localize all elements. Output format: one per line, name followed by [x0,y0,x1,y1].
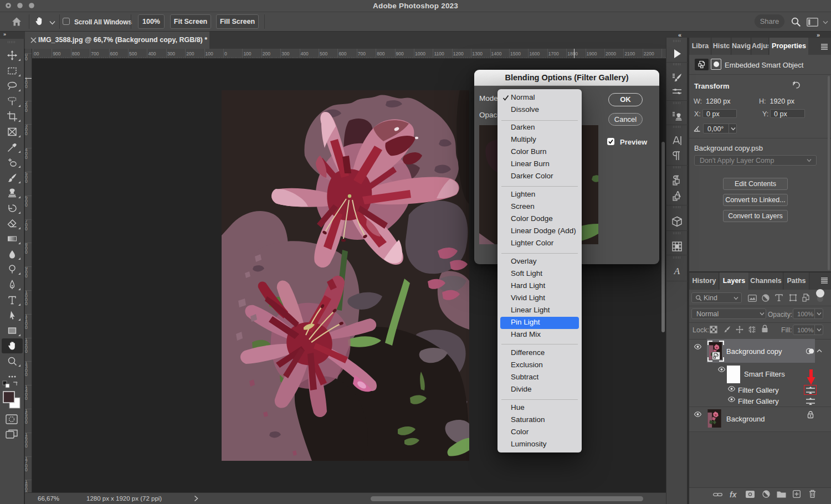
svg-text:A: A [674,266,680,276]
